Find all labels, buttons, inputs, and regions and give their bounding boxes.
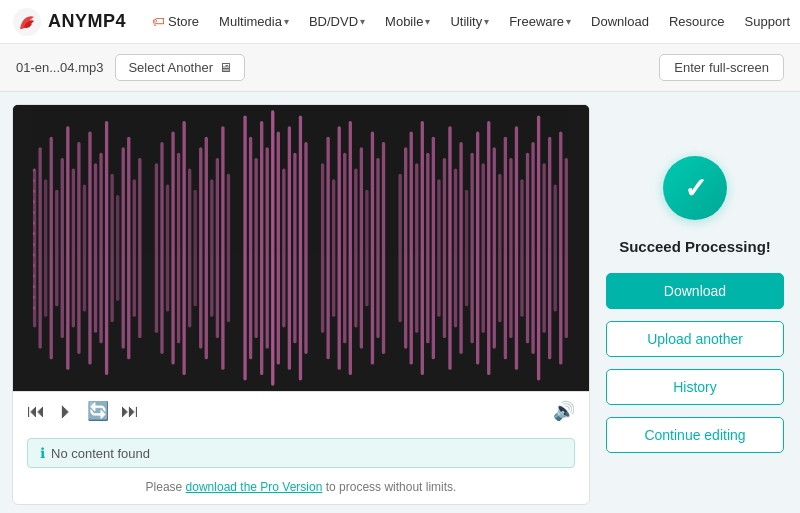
right-panel: ✓ Succeed Processing! Download Upload an… <box>590 92 800 513</box>
svg-rect-75 <box>482 163 485 332</box>
svg-rect-61 <box>404 147 407 348</box>
svg-rect-103 <box>33 296 35 299</box>
svg-rect-24 <box>166 184 169 311</box>
svg-rect-32 <box>210 179 213 317</box>
fast-forward-button[interactable]: ⏭ <box>121 401 139 422</box>
svg-rect-60 <box>398 174 401 322</box>
svg-rect-8 <box>66 126 69 370</box>
upload-another-button[interactable]: Upload another <box>606 321 784 357</box>
play-button[interactable]: ⏵ <box>57 401 75 422</box>
svg-rect-47 <box>304 142 307 354</box>
select-another-label: Select Another <box>128 60 213 75</box>
svg-rect-92 <box>33 179 35 182</box>
nav-utility-label: Utility <box>450 14 482 29</box>
svg-rect-80 <box>509 158 512 338</box>
nav-items: 🏷 Store Multimedia ▾ BD/DVD ▾ Mobile ▾ U… <box>144 10 798 33</box>
svg-rect-13 <box>94 163 97 332</box>
nav-store[interactable]: 🏷 Store <box>144 10 207 33</box>
svg-rect-5 <box>50 137 53 359</box>
nav-mobile-label: Mobile <box>385 14 423 29</box>
nav-support[interactable]: Support <box>737 10 799 33</box>
svg-rect-87 <box>548 137 551 359</box>
svg-rect-9 <box>72 169 75 328</box>
svg-rect-37 <box>249 137 252 359</box>
svg-rect-29 <box>194 190 197 307</box>
rewind-button[interactable]: ⏮ <box>27 401 45 422</box>
nav-freeware[interactable]: Freeware ▾ <box>501 10 579 33</box>
check-icon: ✓ <box>684 172 707 205</box>
ctrl-buttons: ⏮ ⏵ 🔄 ⏭ <box>27 400 139 422</box>
svg-rect-34 <box>221 126 224 370</box>
logo-icon <box>12 7 42 37</box>
pro-note-prefix: Please <box>146 480 183 494</box>
svg-rect-63 <box>415 163 418 332</box>
brand-name: ANYMP4 <box>48 11 126 32</box>
nav-multimedia[interactable]: Multimedia ▾ <box>211 10 297 33</box>
svg-rect-96 <box>33 222 35 225</box>
continue-editing-button[interactable]: Continue editing <box>606 417 784 453</box>
svg-rect-64 <box>421 121 424 375</box>
nav-utility[interactable]: Utility ▾ <box>442 10 497 33</box>
svg-rect-90 <box>565 158 568 338</box>
svg-rect-23 <box>160 142 163 354</box>
svg-rect-51 <box>338 126 341 370</box>
svg-rect-10 <box>77 142 80 354</box>
svg-rect-102 <box>33 285 35 288</box>
svg-rect-35 <box>227 174 230 322</box>
svg-rect-17 <box>116 195 119 301</box>
pro-version-link[interactable]: download the Pro Version <box>186 480 323 494</box>
nav-multimedia-label: Multimedia <box>219 14 282 29</box>
svg-rect-53 <box>349 121 352 375</box>
nav-resource[interactable]: Resource <box>661 10 733 33</box>
svg-rect-15 <box>105 121 108 375</box>
svg-rect-18 <box>122 147 125 348</box>
svg-rect-16 <box>110 174 113 322</box>
svg-rect-38 <box>254 158 257 338</box>
svg-rect-99 <box>33 253 35 256</box>
svg-rect-59 <box>382 142 385 354</box>
freeware-chevron-icon: ▾ <box>566 16 571 27</box>
svg-rect-82 <box>520 179 523 317</box>
svg-rect-93 <box>33 190 35 193</box>
volume-icon[interactable]: 🔊 <box>553 400 575 422</box>
download-button[interactable]: Download <box>606 273 784 309</box>
svg-rect-25 <box>171 131 174 364</box>
svg-rect-46 <box>299 116 302 381</box>
svg-rect-57 <box>371 131 374 364</box>
svg-rect-73 <box>470 153 473 344</box>
history-button[interactable]: History <box>606 369 784 405</box>
select-another-button[interactable]: Select Another 🖥 <box>115 54 245 81</box>
svg-rect-54 <box>354 169 357 328</box>
nav-bddvd-label: BD/DVD <box>309 14 358 29</box>
success-title: Succeed Processing! <box>619 238 771 255</box>
logo[interactable]: ANYMP4 <box>12 7 126 37</box>
nav-bddvd[interactable]: BD/DVD ▾ <box>301 10 373 33</box>
svg-rect-21 <box>138 158 141 338</box>
svg-rect-58 <box>376 158 379 338</box>
utility-chevron-icon: ▾ <box>484 16 489 27</box>
svg-rect-91 <box>33 169 35 172</box>
svg-rect-89 <box>559 131 562 364</box>
svg-rect-62 <box>410 131 413 364</box>
multimedia-chevron-icon: ▾ <box>284 16 289 27</box>
svg-rect-104 <box>33 306 35 309</box>
nav-mobile[interactable]: Mobile ▾ <box>377 10 438 33</box>
svg-rect-6 <box>55 190 58 307</box>
svg-rect-4 <box>44 179 47 317</box>
loop-button[interactable]: 🔄 <box>87 400 109 422</box>
svg-rect-26 <box>177 153 180 344</box>
svg-rect-12 <box>88 131 91 364</box>
svg-rect-7 <box>61 158 64 338</box>
svg-rect-30 <box>199 147 202 348</box>
svg-rect-100 <box>33 264 35 267</box>
svg-rect-97 <box>33 232 35 235</box>
svg-rect-39 <box>260 121 263 375</box>
nav-download[interactable]: Download <box>583 10 657 33</box>
svg-rect-40 <box>266 147 269 348</box>
svg-rect-20 <box>133 179 136 317</box>
svg-rect-66 <box>432 137 435 359</box>
svg-rect-28 <box>188 169 191 328</box>
pro-note-suffix: to process without limits. <box>326 480 457 494</box>
fullscreen-button[interactable]: Enter full-screen <box>659 54 784 81</box>
svg-rect-52 <box>343 153 346 344</box>
